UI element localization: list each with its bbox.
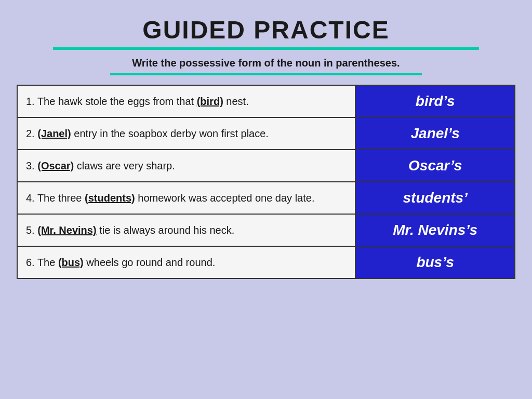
- answer-cell: bus’s: [355, 246, 515, 278]
- question-cell: 4. The three (students) homework was acc…: [17, 182, 355, 214]
- table-row: 3. (Oscar) claws are very sharp.Oscar’s: [17, 150, 515, 182]
- question-cell: 2. (Janel) entry in the soapbox derby wo…: [17, 117, 355, 150]
- question-cell: 1. The hawk stole the eggs from that (bi…: [17, 85, 355, 117]
- title-underline: [53, 47, 479, 50]
- highlighted-noun: (bird): [197, 96, 223, 107]
- answer-cell: bird’s: [355, 85, 515, 117]
- highlighted-noun: (Janel): [37, 128, 71, 139]
- answer-cell: Janel’s: [355, 117, 515, 150]
- table-row: 6. The (bus) wheels go round and round.b…: [17, 246, 515, 278]
- highlighted-noun: (Oscar): [37, 160, 74, 171]
- table-row: 1. The hawk stole the eggs from that (bi…: [17, 85, 515, 117]
- table-row: 4. The three (students) homework was acc…: [17, 182, 515, 214]
- answer-cell: Mr. Nevins’s: [355, 214, 515, 246]
- question-cell: 6. The (bus) wheels go round and round.: [17, 246, 355, 278]
- answer-cell: Oscar’s: [355, 150, 515, 182]
- subtitle-underline: [110, 73, 422, 75]
- table-row: 5. (Mr. Nevins) tie is always around his…: [17, 214, 515, 246]
- highlighted-noun: (students): [85, 192, 135, 204]
- page-title: GUIDED PRACTICE: [142, 16, 389, 44]
- practice-table: 1. The hawk stole the eggs from that (bi…: [17, 85, 515, 279]
- question-cell: 3. (Oscar) claws are very sharp.: [17, 150, 355, 182]
- table-row: 2. (Janel) entry in the soapbox derby wo…: [17, 117, 515, 150]
- question-cell: 5. (Mr. Nevins) tie is always around his…: [17, 214, 355, 246]
- highlighted-noun: (Mr. Nevins): [37, 224, 96, 236]
- answer-cell: students’: [355, 182, 515, 214]
- highlighted-noun: (bus): [58, 257, 84, 268]
- subtitle: Write the possessive form of the noun in…: [132, 57, 400, 69]
